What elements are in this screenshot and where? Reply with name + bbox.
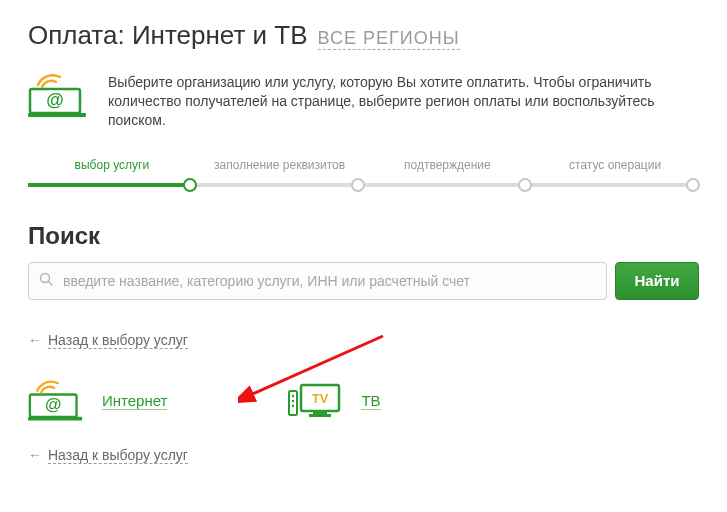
wizard-step-4: статус операции: [569, 158, 661, 172]
search-button[interactable]: Найти: [615, 262, 699, 300]
category-tv[interactable]: TV ТВ: [287, 371, 380, 431]
svg-text:@: @: [46, 90, 64, 110]
wizard-step-3: подтверждение: [404, 158, 491, 172]
svg-rect-13: [289, 391, 297, 415]
wizard-step-2: заполнение реквизитов: [214, 158, 345, 172]
svg-text:@: @: [45, 395, 61, 414]
intro-text: Выберите организацию или услугу, которую…: [108, 73, 699, 130]
svg-rect-11: [309, 414, 331, 417]
svg-text:TV: TV: [312, 391, 329, 406]
search-icon: [39, 272, 53, 290]
svg-point-14: [292, 394, 294, 396]
search-input-wrap[interactable]: [28, 262, 607, 300]
svg-rect-10: [313, 411, 327, 414]
search-heading: Поиск: [28, 222, 699, 250]
back-link-label: Назад к выбору услуг: [48, 447, 188, 464]
back-link[interactable]: ← Назад к выбору услуг: [28, 332, 188, 349]
arrow-left-icon: ←: [28, 332, 42, 348]
page-title: Оплата: Интернет и ТВ: [28, 20, 308, 51]
search-input[interactable]: [61, 272, 596, 290]
tv-icon: TV: [287, 381, 343, 421]
back-link[interactable]: ← Назад к выбору услуг: [28, 447, 188, 464]
intro-block: @ Выберите организацию или услугу, котор…: [28, 73, 699, 130]
wizard-step-1: выбор услуги: [75, 158, 150, 172]
category-internet[interactable]: @ Интернет: [28, 371, 167, 431]
region-selector[interactable]: ВСЕ РЕГИОНЫ: [318, 28, 460, 50]
category-row: @ Интернет TV: [28, 371, 699, 431]
page-title-row: Оплата: Интернет и ТВ ВСЕ РЕГИОНЫ: [28, 20, 699, 51]
back-link-label: Назад к выбору услуг: [48, 332, 188, 349]
svg-point-15: [292, 399, 294, 401]
svg-point-16: [292, 404, 294, 406]
internet-icon: @: [28, 379, 84, 423]
svg-rect-1: [28, 113, 86, 117]
search-row: Найти: [28, 262, 699, 300]
wizard-steps: выбор услуги заполнение реквизитов подтв…: [28, 158, 699, 192]
svg-line-4: [49, 281, 53, 285]
arrow-left-icon: ←: [28, 447, 42, 463]
svg-rect-6: [28, 417, 82, 421]
category-internet-link[interactable]: Интернет: [102, 392, 167, 410]
internet-icon: @: [28, 73, 88, 130]
category-tv-link[interactable]: ТВ: [361, 392, 380, 410]
